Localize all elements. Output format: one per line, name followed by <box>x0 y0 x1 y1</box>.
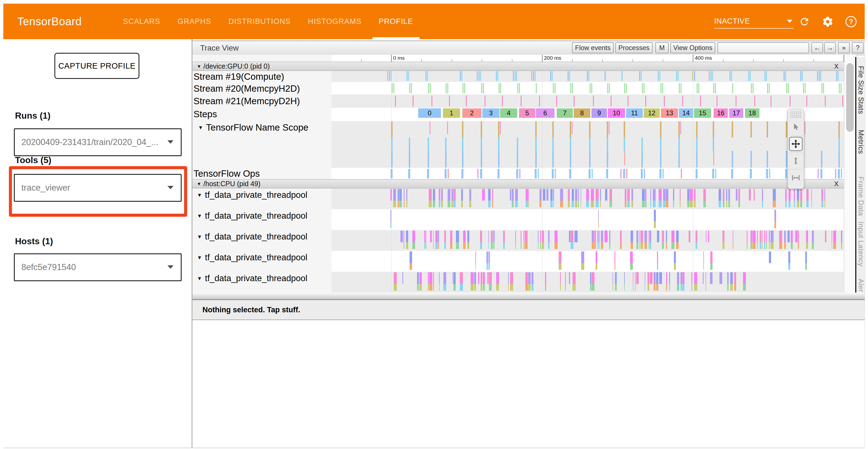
toolbar-button-m[interactable]: M <box>655 42 669 53</box>
timing-tool-icon[interactable] <box>788 170 804 186</box>
collapse-caret-icon: ▾ <box>198 181 200 187</box>
track-label-text: Stream #20(MemcpyH2D) <box>193 83 300 94</box>
svg-text:5: 5 <box>525 109 529 117</box>
trace-search-input[interactable] <box>717 42 809 53</box>
track-label-text: tf_data_private_threadpool <box>205 273 307 283</box>
track-label-steps: Steps <box>193 109 217 119</box>
track-label-text: TensorFlow Ops <box>193 169 259 179</box>
side-tabs: File Size StatsMetricsFrame DataInput La… <box>856 57 865 293</box>
side-tab-file-size-stats[interactable]: File Size Stats <box>856 66 865 114</box>
dropdown-caret-icon <box>167 186 174 189</box>
track-label-tensorflow-name-scope[interactable]: ▾TensorFlow Name Scope <box>199 122 309 133</box>
trace-canvas[interactable]: 0 ms200 ms400 ms600012345678910111213141… <box>332 55 844 293</box>
back-button[interactable]: ← <box>811 42 823 53</box>
track-label-text: Stream #21(MemcpyD2H) <box>193 96 300 107</box>
collapse-caret-icon: ▾ <box>198 212 201 219</box>
collapse-caret-icon: ▾ <box>198 254 201 261</box>
track-label-column: Stream #19(Compute)Stream #20(MemcpyH2D)… <box>192 55 332 293</box>
track-label-tf-data-private-threadpool[interactable]: ▾tf_data_private_threadpool <box>198 232 307 242</box>
select-tool-icon[interactable] <box>788 119 804 136</box>
nav-tab-scalars[interactable]: SCALARS <box>115 4 169 39</box>
track-label-text: Steps <box>193 109 217 119</box>
hosts-label: Hosts (1) <box>15 236 53 246</box>
track-label-text: Stream #19(Compute) <box>193 71 284 82</box>
hosts-select[interactable]: 8efc5e791540 <box>14 253 182 281</box>
trace-tool-palette <box>787 109 804 189</box>
hosts-select-value: 8efc5e791540 <box>21 262 76 272</box>
svg-text:10: 10 <box>613 109 620 117</box>
close-icon[interactable]: X <box>833 62 840 70</box>
toolbar-button-flow-events[interactable]: Flow events <box>572 42 614 53</box>
bottom-border <box>3 448 865 448</box>
tools-select[interactable]: trace_viewer <box>14 174 182 202</box>
section-title: /host:CPU (pid 49) <box>204 180 261 188</box>
svg-text:9: 9 <box>597 109 601 117</box>
collapse-caret-icon: ▾ <box>198 233 201 240</box>
app-logo: TensorBoard <box>17 4 82 39</box>
track-label-tf-data-private-threadpool[interactable]: ▾tf_data_private_threadpool <box>198 273 307 283</box>
svg-text:200 ms: 200 ms <box>544 55 561 61</box>
track-label-stream-19-compute-: Stream #19(Compute) <box>193 71 284 82</box>
track-label-tf-data-private-threadpool[interactable]: ▾tf_data_private_threadpool <box>198 211 307 221</box>
section-header-cpu[interactable]: ▾ /host:CPU (pid 49) X <box>192 179 844 188</box>
trace-view-title: Trace View <box>200 41 239 55</box>
pan-tool-icon[interactable] <box>788 136 804 153</box>
nav-tab-profile[interactable]: PROFILE <box>370 4 422 39</box>
svg-text:400 ms: 400 ms <box>695 55 712 61</box>
section-header-gpu[interactable]: ▾ /device:GPU:0 (pid 0) X <box>192 62 844 71</box>
side-tab-metrics[interactable]: Metrics <box>856 130 865 154</box>
collapse-caret-icon: ▾ <box>198 63 200 69</box>
side-tab-input-latency[interactable]: Input Latency <box>856 221 865 267</box>
zoom-tool-icon[interactable] <box>788 153 804 170</box>
nav-tab-distributions[interactable]: DISTRIBUTIONS <box>220 4 299 39</box>
capture-profile-button[interactable]: CAPTURE PROFILE <box>55 53 140 79</box>
track-label-text: tf_data_private_threadpool <box>205 252 307 263</box>
svg-text:13: 13 <box>666 109 673 117</box>
settings-gear-icon[interactable] <box>822 16 834 28</box>
palette-drag-handle[interactable] <box>790 111 802 118</box>
vertical-scrollbar-thumb[interactable] <box>846 63 854 132</box>
svg-text:1: 1 <box>450 109 453 117</box>
svg-text:14: 14 <box>682 109 690 117</box>
svg-text:17: 17 <box>733 109 740 117</box>
forward-button[interactable]: → <box>824 42 836 53</box>
dropdown-caret-icon <box>167 265 174 269</box>
detail-pane-splitter[interactable] <box>192 293 865 300</box>
svg-text:16: 16 <box>717 109 724 117</box>
status-value: INACTIVE <box>714 17 750 26</box>
runs-select[interactable]: 20200409-231431/train/2020_04_... <box>14 128 182 156</box>
track-label-text: tf_data_private_threadpool <box>205 232 307 242</box>
app-header: TensorBoard SCALARSGRAPHSDISTRIBUTIONSHI… <box>3 4 865 39</box>
more-button[interactable]: » <box>838 42 850 53</box>
toolbar-button-view-options[interactable]: View Options <box>670 42 715 53</box>
track-label-text: tf_data_private_threadpool <box>205 190 307 200</box>
status-dropdown[interactable]: INACTIVE <box>714 14 794 29</box>
header-icons: ? <box>799 16 857 28</box>
section-title: /device:GPU:0 (pid 0) <box>204 62 270 70</box>
help-icon[interactable]: ? <box>845 16 857 28</box>
track-label-stream-20-memcpyh2d-: Stream #20(MemcpyH2D) <box>193 83 300 94</box>
help-button[interactable]: ? <box>852 42 864 53</box>
svg-text:7: 7 <box>563 109 566 117</box>
track-label-stream-21-memcpyd2h-: Stream #21(MemcpyD2H) <box>193 96 300 107</box>
svg-text:12: 12 <box>648 109 656 117</box>
nav-tab-histograms[interactable]: HISTOGRAMS <box>299 4 370 39</box>
refresh-icon[interactable] <box>799 16 810 28</box>
dropdown-caret-icon <box>167 140 174 144</box>
close-icon[interactable]: X <box>833 179 840 188</box>
side-tab-frame-data[interactable]: Frame Data <box>856 176 865 216</box>
track-label-text: tf_data_private_threadpool <box>205 211 307 221</box>
track-label-tf-data-private-threadpool[interactable]: ▾tf_data_private_threadpool <box>198 252 307 263</box>
runs-label: Runs (1) <box>15 111 51 121</box>
track-label-tensorflow-ops: TensorFlow Ops <box>193 169 259 179</box>
track-label-tf-data-private-threadpool[interactable]: ▾tf_data_private_threadpool <box>198 190 307 200</box>
toolbar-button-processes[interactable]: Processes <box>615 42 653 53</box>
collapse-caret-icon: ▾ <box>199 124 202 131</box>
collapse-caret-icon: ▾ <box>198 275 201 282</box>
nav-tab-graphs[interactable]: GRAPHS <box>169 4 220 39</box>
track-label-text: TensorFlow Name Scope <box>206 122 309 133</box>
side-tab-alerts[interactable]: Alerts <box>856 279 865 293</box>
svg-text:11: 11 <box>631 109 638 117</box>
svg-text:15: 15 <box>699 109 706 117</box>
svg-text:2: 2 <box>470 109 474 117</box>
